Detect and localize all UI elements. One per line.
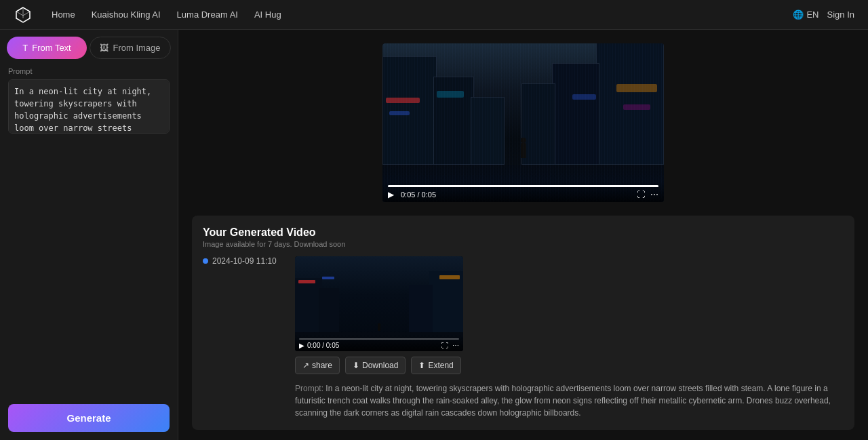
sign-in-button[interactable]: Sign In	[827, 9, 854, 20]
extend-button[interactable]: ⬆ Extend	[411, 357, 460, 374]
sidebar: T From Text 🖼 From Image Prompt In a neo…	[0, 30, 178, 440]
generate-button[interactable]: Generate	[8, 404, 170, 432]
download-button[interactable]: ⬇ Download	[345, 357, 406, 374]
gen-time-display: 0:00 / 0:05	[307, 342, 339, 349]
gen-fullscreen-button[interactable]: ⛶	[441, 342, 448, 349]
action-buttons: ↗ share ⬇ Download ⬆ Extend	[295, 357, 844, 374]
prompt-content: In a neon-lit city at night, towering sk…	[295, 384, 831, 418]
prompt-label: Prompt	[8, 67, 170, 75]
globe-icon: 🌐	[793, 9, 804, 20]
prompt-text: Prompt: In a neon-lit city at night, tow…	[295, 382, 844, 419]
more-options-button[interactable]: ⋯	[650, 190, 658, 199]
tab-from-image[interactable]: 🖼 From Image	[90, 37, 171, 59]
header-left: Home Kuaishou Kling AI Luma Dream AI AI …	[14, 5, 281, 24]
ctrl-right: ⛶ ⋯	[637, 190, 658, 199]
share-icon: ↗	[302, 361, 309, 370]
main-layout: T From Text 🖼 From Image Prompt In a neo…	[0, 30, 868, 440]
prompt-input[interactable]: In a neon-lit city at night, towering sk…	[8, 79, 170, 134]
fullscreen-button[interactable]: ⛶	[637, 190, 645, 199]
header: Home Kuaishou Kling AI Luma Dream AI AI …	[0, 0, 868, 30]
extend-icon: ⬆	[418, 361, 425, 370]
progress-bar[interactable]	[388, 185, 658, 187]
gen-play-button[interactable]: ▶	[299, 342, 304, 349]
image-icon: 🖼	[100, 43, 108, 53]
text-icon: T	[22, 43, 28, 53]
nav-home[interactable]: Home	[52, 9, 75, 20]
gen-video-controls: ▶ 0:00 / 0:05 ⛶ ⋯	[295, 336, 463, 351]
main-nav: Home Kuaishou Kling AI Luma Dream AI AI …	[52, 9, 281, 20]
controls-row: ▶ 0:05 / 0:05 ⛶ ⋯	[388, 190, 658, 199]
progress-fill	[388, 185, 658, 187]
gen-title: Your Generated Video	[203, 226, 844, 239]
gen-more-button[interactable]: ⋯	[452, 342, 459, 349]
download-icon: ⬇	[353, 361, 359, 370]
content-area: ▶ 0:05 / 0:05 ⛶ ⋯ Your Gene	[178, 30, 868, 440]
gen-subtitle: Image available for 7 days. Download soo…	[203, 240, 844, 248]
language-button[interactable]: 🌐 EN	[793, 9, 818, 20]
video-preview-container: ▶ 0:05 / 0:05 ⛶ ⋯	[178, 30, 868, 216]
prompt-section: Prompt In a neon-lit city at night, towe…	[0, 59, 178, 141]
tab-bar: T From Text 🖼 From Image	[0, 30, 178, 59]
share-button[interactable]: ↗ share	[295, 357, 340, 374]
nav-luma[interactable]: Luma Dream AI	[177, 9, 238, 20]
gen-ctrl-right: ⛶ ⋯	[441, 342, 459, 349]
nav-aihug[interactable]: AI Hug	[254, 9, 281, 20]
video-scene	[382, 43, 664, 202]
time-display: 0:05 / 0:05	[401, 191, 436, 199]
tab-from-text[interactable]: T From Text	[7, 37, 87, 59]
nav-kling[interactable]: Kuaishou Kling AI	[92, 9, 161, 20]
list-item[interactable]: 2024-10-09 11:10	[203, 256, 284, 266]
gen-controls-row: ▶ 0:00 / 0:05 ⛶ ⋯	[299, 342, 459, 349]
generated-section: Your Generated Video Image available for…	[192, 216, 854, 430]
gen-content: 2024-10-09 11:10	[203, 256, 844, 419]
logo-icon[interactable]	[14, 5, 33, 24]
video-controls: ▶ 0:05 / 0:05 ⛶ ⋯	[382, 181, 664, 202]
gen-video-wrapper: ▶ 0:00 / 0:05 ⛶ ⋯	[295, 256, 844, 419]
active-dot	[203, 258, 208, 264]
gen-progress-bar[interactable]	[299, 338, 459, 340]
gen-video-player[interactable]: ▶ 0:00 / 0:05 ⛶ ⋯	[295, 256, 463, 351]
header-right: 🌐 EN Sign In	[793, 9, 854, 20]
gen-list: 2024-10-09 11:10	[203, 256, 284, 419]
play-button[interactable]: ▶	[388, 190, 394, 199]
main-video-player[interactable]: ▶ 0:05 / 0:05 ⛶ ⋯	[382, 43, 664, 202]
